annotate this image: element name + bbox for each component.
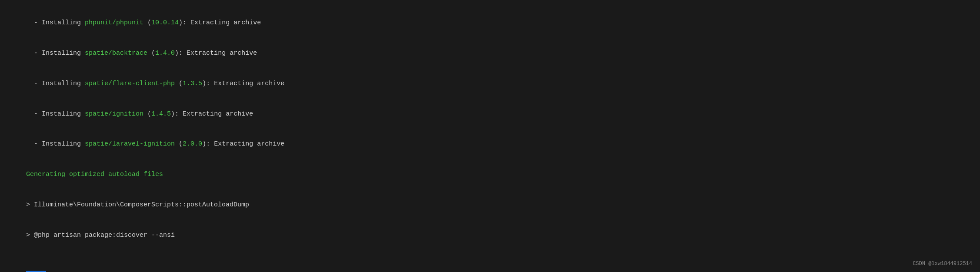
script-line-2: > @php artisan package:discover --ansi [10,220,970,250]
empty-line-1 [10,250,970,260]
script-line-1: > Illuminate\Foundation\ComposerScripts:… [10,190,970,220]
autoload-line: Generating optimized autoload files [10,159,970,190]
install-line-1: - Installing phpunit/phpunit (10.0.14): … [10,8,970,38]
terminal-output: - Installing phpunit/phpunit (10.0.14): … [10,8,970,272]
install-line-2: - Installing spatie/backtrace (1.4.0): E… [10,38,970,69]
info-line: INFO Discovering packages. [10,260,970,272]
install-line-5: - Installing spatie/laravel-ignition (2.… [10,129,970,159]
install-line-3: - Installing spatie/flare-client-php (1.… [10,69,970,99]
info-badge: INFO [26,271,46,272]
watermark: CSDN @lxw1844912514 [913,261,972,267]
install-line-4: - Installing spatie/ignition (1.4.5): Ex… [10,99,970,129]
